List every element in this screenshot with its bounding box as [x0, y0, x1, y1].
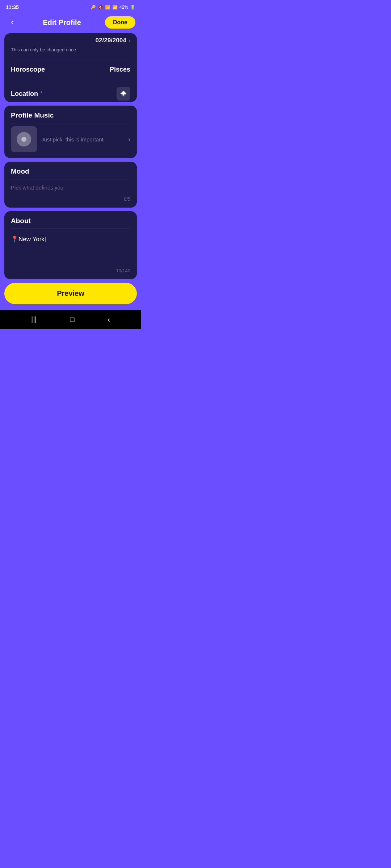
birthday-chevron-icon: › [129, 37, 130, 44]
mute-icon: 🔇 [98, 5, 103, 10]
music-placeholder-text: Just pick, this is important [41, 136, 124, 143]
about-text-area[interactable]: 📍New York| [11, 232, 130, 261]
about-card: About 📍New York| 10/140 [4, 211, 137, 279]
required-star: * [40, 90, 42, 97]
mood-placeholder-text: Pick what defines you [11, 182, 130, 191]
main-content: 02/29/2004 › This can only be changed on… [0, 33, 141, 279]
status-bar: 11:35 🔑 🔇 📶 📶 42% 🔋 [0, 0, 141, 13]
nav-back-icon[interactable]: ‹ [108, 315, 110, 324]
horoscope-value: Pisces [110, 66, 130, 73]
status-icons: 🔑 🔇 📶 📶 42% 🔋 [91, 5, 135, 10]
battery-percent: 42% [119, 5, 128, 10]
change-once-note: This can only be changed once [11, 46, 130, 56]
basic-info-card: 02/29/2004 › This can only be changed on… [4, 33, 137, 102]
navigation-icon [120, 90, 127, 97]
music-chevron-icon: › [128, 136, 130, 143]
mood-count: 0/5 [11, 196, 130, 202]
wifi-icon: 📶 [105, 5, 110, 10]
divider-2 [11, 80, 130, 80]
music-disc-icon [17, 132, 31, 146]
nav-home-icon[interactable]: □ [70, 315, 74, 324]
bottom-nav-bar: ||| □ ‹ [0, 310, 141, 329]
about-char-count: 10/140 [11, 268, 130, 273]
mood-title: Mood [11, 167, 130, 175]
header: ‹ Edit Profile Done [0, 13, 141, 33]
status-time: 11:35 [6, 4, 19, 10]
music-disc-center [21, 137, 26, 142]
location-icon-button[interactable] [117, 87, 130, 101]
divider-1 [11, 59, 130, 59]
horoscope-row[interactable]: Horoscope Pisces [11, 62, 130, 77]
key-icon: 🔑 [91, 5, 96, 10]
back-button[interactable]: ‹ [6, 16, 19, 29]
signal-icon: 📶 [112, 5, 118, 10]
text-cursor: | [45, 236, 46, 243]
battery-icon: 🔋 [130, 5, 135, 10]
profile-music-card: Profile Music Just pick, this is importa… [4, 106, 137, 158]
nav-recent-apps-icon[interactable]: ||| [31, 315, 37, 324]
location-label: Location [11, 90, 38, 98]
page-title: Edit Profile [43, 18, 81, 27]
music-picker-row[interactable]: Just pick, this is important › [11, 126, 130, 152]
done-button[interactable]: Done [105, 16, 135, 29]
back-arrow-icon: ‹ [11, 18, 13, 27]
about-content-text: 📍New York [11, 236, 45, 243]
mood-divider [11, 179, 130, 179]
music-thumbnail [11, 126, 37, 152]
profile-music-title: Profile Music [11, 111, 130, 119]
birthday-row[interactable]: 02/29/2004 › [11, 37, 130, 46]
preview-wrap: Preview [0, 279, 141, 310]
about-divider [11, 229, 130, 229]
birthday-value: 02/29/2004 [96, 37, 126, 44]
mood-card: Mood Pick what defines you 0/5 [4, 162, 137, 208]
music-divider [11, 123, 130, 123]
horoscope-label: Horoscope [11, 66, 45, 73]
preview-button[interactable]: Preview [4, 283, 137, 304]
location-label-wrap: Location * [11, 90, 42, 98]
location-row[interactable]: Location * [11, 83, 130, 102]
about-title: About [11, 217, 130, 225]
